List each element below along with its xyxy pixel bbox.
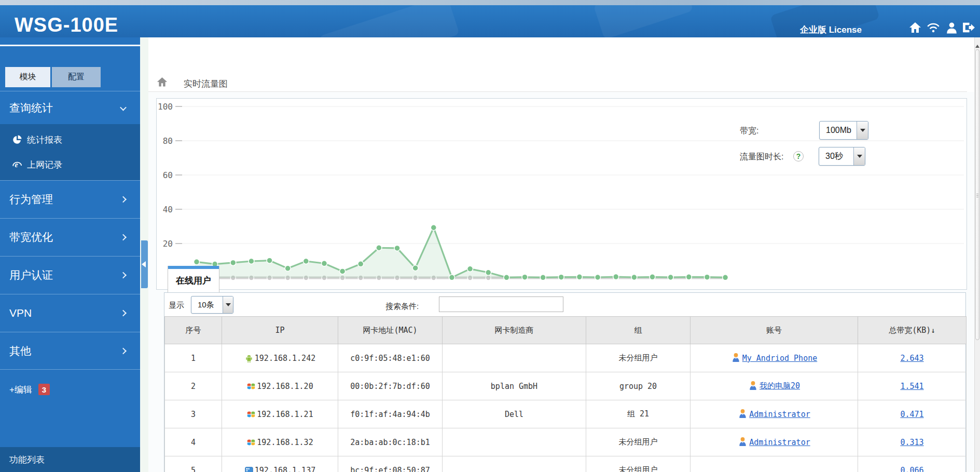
- user-icon: [738, 436, 748, 448]
- sidebar-item-label: 带宽优化: [9, 230, 53, 245]
- sidebar: 模块 配置 查询统计统计报表e上网记录行为管理带宽优化用户认证VPN其他 +编辑…: [0, 37, 140, 472]
- traffic-data-point: [650, 274, 655, 280]
- traffic-data-point: [686, 274, 692, 280]
- bandwidth-link[interactable]: 0.066: [900, 466, 923, 472]
- dropdown-arrow-icon[interactable]: [857, 122, 868, 139]
- cell-group: group 20: [586, 372, 691, 400]
- sidebar-item-查询统计[interactable]: 查询统计: [0, 91, 140, 124]
- app-screen: WSG-100E 企业版 License 模块 配置 查询统计统计报表e上网记录…: [0, 0, 980, 472]
- sidebar-tabs: 模块 配置: [5, 67, 140, 87]
- ip-address: 192.168.1.20: [257, 382, 313, 391]
- account-link[interactable]: My Andriod Phone: [742, 354, 818, 363]
- bandwidth-link[interactable]: 0.471: [900, 410, 923, 419]
- ip-address: 192.168.1.21: [257, 410, 313, 419]
- submenu-item-上网记录[interactable]: e上网记录: [0, 152, 140, 177]
- breadcrumb-home-icon[interactable]: [157, 77, 168, 87]
- tab-online-users[interactable]: 在线用户: [168, 266, 219, 292]
- sidebar-item-用户认证[interactable]: 用户认证: [0, 256, 140, 294]
- chevron-down-icon: [120, 104, 127, 111]
- search-input[interactable]: [439, 296, 563, 312]
- scrollbar-grip: [976, 197, 978, 197]
- cell-vendor: [443, 456, 586, 472]
- bandwidth-select-value: 100Mb: [820, 122, 857, 139]
- dropdown-arrow-icon[interactable]: [223, 296, 233, 313]
- logout-icon[interactable]: [962, 21, 975, 34]
- pie-chart-icon: [11, 134, 23, 145]
- scrollbar-grip: [976, 195, 978, 196]
- bandwidth-link[interactable]: 0.313: [900, 438, 923, 447]
- account-link[interactable]: Administrator: [749, 410, 810, 419]
- scrollbar-thumb[interactable]: [975, 49, 979, 340]
- sidebar-collapse-handle[interactable]: [141, 240, 148, 288]
- column-header-IP[interactable]: IP: [222, 317, 338, 344]
- scrollbar-up-arrow-icon[interactable]: [975, 45, 979, 48]
- sidebar-item-label: 其他: [9, 344, 31, 358]
- sidebar-item-行为管理[interactable]: 行为管理: [0, 180, 140, 218]
- traffic-data-point: [668, 275, 673, 280]
- traffic-data-point: [576, 274, 582, 280]
- cell-account: [691, 456, 858, 472]
- home-icon[interactable]: [909, 21, 921, 34]
- submenu-item-label: 上网记录: [27, 159, 62, 171]
- traffic-data-point: [613, 274, 619, 280]
- column-header-网卡地址(MAC)[interactable]: 网卡地址(MAC): [338, 317, 443, 344]
- svg-text:e: e: [15, 161, 18, 169]
- breadcrumb-divider: [148, 91, 967, 92]
- cell-ip: 192.168.1.242: [222, 344, 338, 372]
- traffic-data-point: [631, 275, 637, 280]
- column-header-总带宽(KB)[interactable]: 总带宽(KB)↓: [858, 317, 967, 344]
- scrollbar-grip: [976, 194, 978, 194]
- wifi-icon[interactable]: [927, 21, 940, 34]
- column-header-账号[interactable]: 账号: [691, 317, 858, 344]
- cell-mac: 2a:ba:ab:0c:18:b1: [338, 428, 443, 456]
- sidebar-item-VPN[interactable]: VPN: [0, 294, 140, 332]
- page-scrollbar[interactable]: [974, 37, 980, 472]
- cell-index: 2: [165, 372, 222, 400]
- page-size-value: 10条: [191, 296, 223, 313]
- dropdown-arrow-icon[interactable]: [853, 147, 865, 165]
- traffic-series-area: [188, 227, 725, 278]
- traffic-data-point: [412, 265, 418, 271]
- account-link[interactable]: 我的电脑20: [760, 381, 800, 391]
- chevron-right-icon: [120, 272, 127, 279]
- cell-index: 5: [165, 456, 222, 472]
- duration-select[interactable]: 30秒: [819, 147, 865, 166]
- edit-count-badge: 3: [38, 384, 50, 395]
- account-link[interactable]: Administrator: [749, 438, 810, 447]
- submenu-item-统计报表[interactable]: 统计报表: [0, 127, 140, 152]
- table-row: 5192.168.1.137bc:9f:ef:08:50:87未分组用户0.06…: [165, 456, 967, 472]
- table-row: 1192.168.1.242c0:9f:05:48:e1:60未分组用户My A…: [165, 344, 967, 372]
- page-size-select[interactable]: 10条: [191, 296, 233, 314]
- bandwidth-select[interactable]: 100Mb: [819, 121, 868, 140]
- tab-modules[interactable]: 模块: [5, 67, 50, 87]
- traffic-data-point: [486, 269, 491, 275]
- cell-account: Administrator: [691, 428, 858, 456]
- traffic-data-point: [558, 274, 564, 280]
- column-header-序号[interactable]: 序号: [165, 317, 222, 344]
- traffic-data-point: [431, 225, 436, 231]
- traffic-data-point: [504, 275, 509, 280]
- cell-group: 组 21: [586, 400, 691, 428]
- column-header-网卡制造商[interactable]: 网卡制造商: [443, 317, 586, 344]
- y-axis-label: 40: [163, 205, 173, 214]
- traffic-data-point: [376, 245, 382, 251]
- sidebar-item-其他[interactable]: 其他: [0, 332, 140, 370]
- sidebar-footer-function-list[interactable]: 功能列表: [0, 447, 140, 472]
- footer-label: 功能列表: [9, 454, 45, 466]
- cell-ip: 192.168.1.20: [222, 372, 338, 400]
- traffic-data-point: [522, 274, 528, 280]
- question-icon[interactable]: ?: [793, 151, 804, 161]
- column-header-组[interactable]: 组: [586, 317, 691, 344]
- bandwidth-link[interactable]: 1.541: [900, 382, 923, 391]
- traffic-data-point: [267, 258, 272, 263]
- cell-bandwidth: 1.541: [858, 372, 967, 400]
- user-icon[interactable]: [946, 21, 958, 34]
- chevron-right-icon: [120, 347, 127, 354]
- bandwidth-label: 带宽:: [740, 122, 758, 140]
- tab-config[interactable]: 配置: [52, 67, 101, 87]
- sidebar-edit-button[interactable]: +编辑 3: [9, 383, 140, 396]
- sidebar-item-带宽优化[interactable]: 带宽优化: [0, 218, 140, 256]
- traffic-data-point: [540, 275, 546, 280]
- bandwidth-link[interactable]: 2.643: [900, 354, 923, 363]
- traffic-data-point: [340, 268, 346, 274]
